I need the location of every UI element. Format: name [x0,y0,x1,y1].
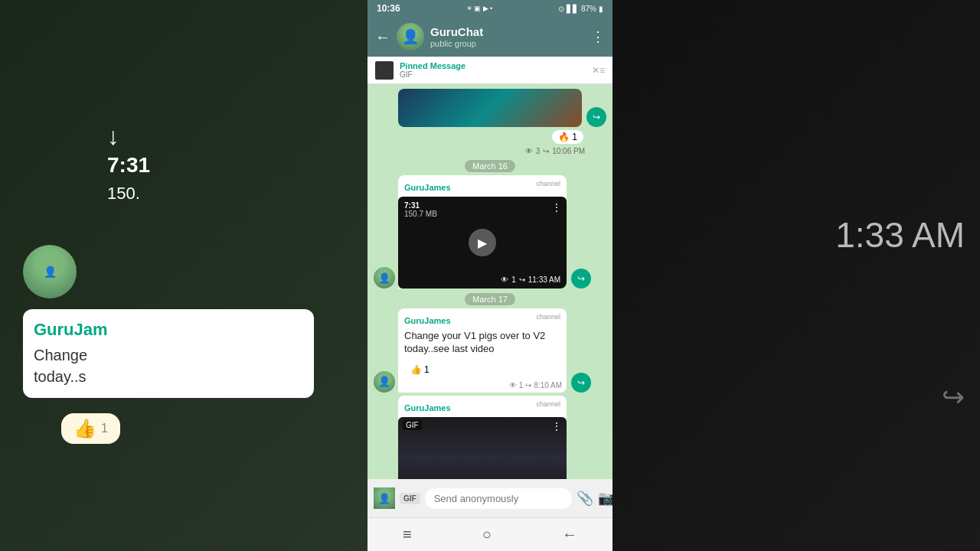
gif-sender: GuruJames [404,403,451,412]
chat-header: ← 👤 GuruChat public group ⋮ [368,17,612,57]
gif-toggle-button[interactable]: GIF [400,493,420,504]
play-button[interactable]: ▶ [469,229,496,256]
nav-menu-button[interactable]: ≡ [403,526,412,543]
status-extras: ☀ ▣ ▶ • [466,5,493,12]
nav-home-button[interactable]: ○ [482,526,492,543]
gif-badge: channel [536,400,560,408]
video-more-button[interactable]: ⋮ [551,201,562,214]
views-icon: 👁 [525,147,533,155]
chat-info: GuruChat public group [430,25,585,48]
chat-avatar: 👤 [397,23,424,51]
chat-title: GuruChat [430,25,585,39]
background-left: ↓ 7:31 150. 👤 GuruJam Change today..s 👍1 [0,0,368,551]
date-separator-march17: March 17 [374,292,606,305]
gif-msg-container: GuruJames channel GIF ⋮ 👁 1 ↪ 4:03 PM [398,396,567,479]
video-msg-avatar: 👤 [374,267,395,289]
video-sender: GuruJames [404,183,451,192]
reaction-row: 🔥 1 [374,130,583,144]
date-pill-march16: March 16 [465,160,515,172]
bg-down-arrow: ↓ [107,122,119,151]
text-reaction-row: 👍1 [398,360,567,380]
msg-time: 10:06 PM [552,147,585,155]
bg-avatar: 👤 [23,245,77,298]
phone-frame: 10:36 ☀ ▣ ▶ • ⊙ ▋▋ 87% ▮ ← 👤 GuruChat pu… [368,0,612,551]
gif-more-button[interactable]: ⋮ [551,420,562,432]
back-button[interactable]: ← [375,28,390,46]
status-icons: ⊙ ▋▋ 87% ▮ [558,5,603,13]
bg-text: Change today..s [34,344,303,387]
pinned-sub: GIF [400,70,586,79]
pinned-dismiss[interactable]: ✕≡ [592,65,605,76]
text-msg-container: GuruJames channel Change your V1 pigs ov… [398,308,567,393]
navigation-bar: ≡ ○ ← [368,517,612,551]
gif-preview [398,89,582,127]
forward-button-video[interactable]: ↪ [571,269,591,289]
forward-button-text[interactable]: ↪ [571,373,591,393]
bg-video-time: 7:31 [107,153,150,178]
gif-content[interactable]: GIF ⋮ 👁 1 ↪ 4:03 PM [398,417,567,479]
fire-count: 1 [572,132,577,142]
status-bar: 10:36 ☀ ▣ ▶ • ⊙ ▋▋ 87% ▮ [368,0,612,17]
pinned-message-bar[interactable]: Pinned Message GIF ✕≡ [368,57,612,84]
text-sender: GuruJames [404,316,451,325]
chat-area: ↪ 🔥 1 👁 3 ↪ 10:06 PM March 16 👤 [368,84,612,479]
video-badge: channel [536,180,560,187]
date-pill-march17: March 17 [465,293,515,305]
forward-button-gif[interactable]: ↪ [586,107,606,127]
thumbs-reaction: 👍1 [404,363,436,377]
fire-emoji: 🔥 [558,132,570,142]
input-bar: 👤 GIF 📎 📷 [368,479,612,517]
bg-right-forward: ↪ [942,381,965,413]
bg-message-bubble: GuruJam Change today..s [23,309,314,398]
bg-reaction: 👍1 [61,413,120,444]
video-stats: 👁 1 ↪ 11:33 AM [501,276,560,284]
gif-label: GIF [403,420,422,430]
views-count: 3 [536,147,541,155]
header-menu-button[interactable]: ⋮ [591,28,605,45]
camera-button[interactable]: 📷 [598,490,612,507]
text-content: Change your V1 pigs over to V2 today..se… [404,330,560,357]
location-icon: ⊙ [558,5,564,13]
bg-video-size: 150. [107,184,140,204]
signal-icon: ▋▋ [567,5,579,13]
text-badge: channel [536,313,560,321]
battery-icon: ▮ [599,5,603,13]
message-input[interactable] [425,488,572,509]
share-icon: ↪ [543,147,549,155]
bg-sender: GuruJam [34,320,303,340]
status-time: 10:36 [377,3,400,14]
video-info: 7:31 150.7 MB [404,201,437,218]
background-right: 1:33 AM ↪ [612,0,980,551]
video-msg-bubble: GuruJames channel 7:31 150.7 MB ⋮ ▶ 👁 1 … [398,175,567,289]
text-msg-avatar: 👤 [374,371,395,393]
text-msg-bubble: GuruJames channel Change your V1 pigs ov… [398,308,567,393]
gif-msg-row: 👤 GuruJames channel GIF ⋮ 👁 [374,396,606,479]
battery-text: 87% [581,5,596,13]
attach-button[interactable]: 📎 [577,490,593,507]
nav-back-button[interactable]: ← [562,526,577,543]
pinned-icon [375,61,394,80]
first-msg-time-row: 👁 3 ↪ 10:06 PM [374,147,585,155]
gif-preview-row: ↪ [374,89,606,127]
pinned-text: Pinned Message GIF [400,61,586,79]
bg-right-time: 1:33 AM [835,214,965,256]
input-avatar: 👤 [374,487,395,509]
date-separator-march16: March 16 [374,158,606,172]
chat-subtitle: public group [430,39,585,48]
gif-msg-bubble: GuruJames channel GIF ⋮ 👁 1 ↪ 4:03 PM [398,396,567,479]
text-msg-row: 👤 GuruJames channel Change your V1 pigs … [374,308,606,393]
fire-reaction: 🔥 1 [552,130,583,144]
video-thumbnail[interactable]: 7:31 150.7 MB ⋮ ▶ 👁 1 ↪ 11:33 AM [398,197,567,289]
pinned-label: Pinned Message [400,61,586,70]
video-msg-row: 👤 GuruJames channel 7:31 150.7 MB ⋮ ▶ 👁 [374,175,606,289]
text-msg-meta: 👁 1 ↪ 8:10 AM [398,380,567,393]
